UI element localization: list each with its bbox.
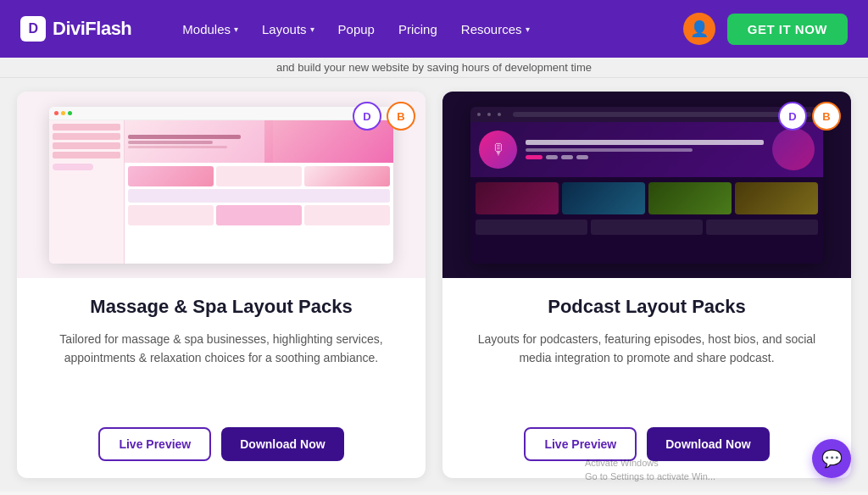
logo-icon: D bbox=[20, 16, 46, 42]
podcast-card-image: 🎙 bbox=[442, 92, 851, 278]
divi-badge: D bbox=[778, 102, 807, 131]
chat-icon: 💬 bbox=[821, 448, 843, 469]
sidebar-item bbox=[53, 124, 120, 131]
body-block bbox=[216, 166, 302, 186]
body-block bbox=[304, 205, 390, 225]
podcast-dot-active bbox=[526, 155, 542, 159]
podcast-title: Podcast Layout Packs bbox=[463, 295, 831, 320]
spa-img-thumb bbox=[53, 164, 93, 170]
podcast-title-line bbox=[526, 140, 764, 145]
podcast-live-preview-button[interactable]: Live Preview bbox=[524, 427, 637, 461]
podcast-nav-dots bbox=[526, 155, 764, 159]
main-content: D B Massage & Spa Layout Packs Tailored … bbox=[0, 78, 868, 492]
podcast-download-button[interactable]: Download Now bbox=[647, 427, 769, 461]
hero-line bbox=[128, 135, 241, 139]
url-bar bbox=[513, 112, 811, 117]
massage-spa-download-button[interactable]: Download Now bbox=[221, 427, 343, 461]
massage-spa-card-body: Massage & Spa Layout Packs Tailored for … bbox=[17, 278, 426, 478]
podcast-description: Layouts for podcasters, featuring episod… bbox=[463, 330, 831, 414]
browser-content bbox=[49, 120, 394, 264]
minimize-dot bbox=[61, 111, 65, 115]
badge-row: D B bbox=[778, 102, 841, 131]
spa-browser-mockup bbox=[49, 107, 394, 264]
mockup-sidebar bbox=[49, 120, 125, 264]
body-block bbox=[304, 166, 390, 186]
logo-text: DiviFlash bbox=[53, 18, 131, 40]
podcast-hero: 🎙 bbox=[470, 122, 823, 177]
podcast-hero-circle bbox=[772, 128, 815, 170]
podcast-hero-text bbox=[526, 140, 764, 159]
builder-badge: B bbox=[387, 102, 415, 131]
podcast-actions: Live Preview Download Now bbox=[463, 427, 831, 461]
podcast-card: 🎙 bbox=[442, 92, 851, 478]
podcast-bottom-block bbox=[476, 220, 587, 235]
podcast-hero-image: 🎙 bbox=[479, 131, 517, 169]
podcast-nav-dot bbox=[498, 113, 501, 116]
divi-badge: D bbox=[353, 102, 381, 131]
podcast-subtitle-line bbox=[526, 148, 693, 152]
hero-text bbox=[128, 135, 269, 148]
podcast-nav-bar bbox=[470, 107, 823, 122]
sidebar-item bbox=[53, 152, 120, 159]
chevron-down-icon: ▾ bbox=[234, 25, 238, 34]
navbar-actions: 👤 GET IT NOW bbox=[683, 13, 848, 45]
chat-button[interactable]: 💬 bbox=[812, 439, 851, 478]
podcast-mini-card bbox=[648, 182, 732, 214]
podcast-dot bbox=[546, 155, 558, 159]
podcast-nav-dot bbox=[477, 113, 481, 116]
maximize-dot bbox=[68, 111, 72, 115]
podcast-mini-card bbox=[476, 182, 559, 214]
hero-left bbox=[125, 120, 272, 163]
podcast-dot bbox=[561, 155, 573, 159]
builder-badge: B bbox=[812, 102, 841, 131]
hero-line bbox=[128, 141, 213, 144]
body-block bbox=[216, 205, 302, 225]
badge-row: D B bbox=[353, 102, 415, 131]
podcast-bottom-block bbox=[706, 220, 818, 235]
body-block-wide bbox=[128, 189, 390, 203]
mockup-main bbox=[125, 120, 393, 264]
navbar: D DiviFlash Modules ▾ Layouts ▾ Popup Pr… bbox=[0, 0, 868, 58]
hero-line bbox=[128, 146, 226, 148]
massage-spa-title: Massage & Spa Layout Packs bbox=[37, 295, 405, 320]
podcast-browser-mockup: 🎙 bbox=[470, 107, 823, 264]
chevron-down-icon: ▾ bbox=[526, 25, 530, 34]
top-hint-text: and build your new website by saving hou… bbox=[0, 58, 868, 78]
podcast-dot bbox=[576, 155, 588, 159]
nav-modules[interactable]: Modules ▾ bbox=[182, 22, 238, 36]
podcast-bottom bbox=[470, 220, 823, 238]
nav-layouts[interactable]: Layouts ▾ bbox=[262, 22, 314, 36]
get-it-now-button[interactable]: GET IT NOW bbox=[727, 14, 848, 45]
sidebar-item bbox=[53, 142, 120, 149]
logo[interactable]: D DiviFlash bbox=[20, 16, 131, 42]
windows-watermark: Activate Windows Go to Settings to activ… bbox=[585, 457, 715, 483]
massage-spa-live-preview-button[interactable]: Live Preview bbox=[98, 427, 211, 461]
user-avatar[interactable]: 👤 bbox=[683, 13, 715, 45]
nav-popup[interactable]: Popup bbox=[338, 22, 375, 36]
massage-spa-description: Tailored for massage & spa businesses, h… bbox=[37, 330, 405, 414]
nav-resources[interactable]: Resources ▾ bbox=[461, 22, 530, 36]
nav-pricing[interactable]: Pricing bbox=[398, 22, 437, 36]
podcast-card-body: Podcast Layout Packs Layouts for podcast… bbox=[442, 278, 851, 478]
body-block bbox=[128, 166, 214, 186]
podcast-mini-card bbox=[562, 182, 645, 214]
main-nav: Modules ▾ Layouts ▾ Popup Pricing Resour… bbox=[182, 22, 683, 36]
sidebar-item bbox=[53, 133, 120, 140]
body-block bbox=[128, 205, 214, 225]
browser-toolbar bbox=[49, 107, 394, 120]
podcast-mini-card bbox=[735, 182, 818, 214]
chevron-down-icon: ▾ bbox=[310, 25, 314, 34]
podcast-bottom-block bbox=[591, 220, 703, 235]
massage-spa-card-image: D B bbox=[17, 92, 426, 278]
podcast-grid bbox=[470, 177, 823, 220]
massage-spa-card: D B Massage & Spa Layout Packs Tailored … bbox=[17, 92, 426, 478]
spa-body bbox=[125, 163, 393, 229]
close-dot bbox=[54, 111, 58, 115]
podcast-nav-dot bbox=[487, 113, 491, 116]
massage-spa-actions: Live Preview Download Now bbox=[37, 427, 405, 461]
